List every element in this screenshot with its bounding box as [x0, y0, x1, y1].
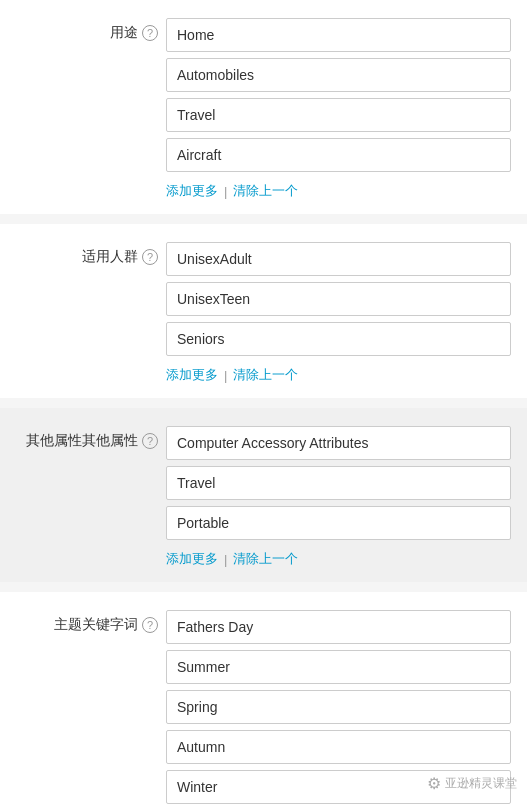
section-theme-keywords: 主题关键字词?清除上一个 [0, 592, 527, 809]
label-audience: 适用人群 [82, 248, 138, 266]
field-input-usage-1[interactable] [166, 58, 511, 92]
section-other-attrs: 其他属性其他属性?添加更多 | 清除上一个 [0, 408, 527, 582]
field-input-theme-keywords-0[interactable] [166, 610, 511, 644]
field-input-theme-keywords-2[interactable] [166, 690, 511, 724]
page-wrapper: 用途?添加更多 | 清除上一个适用人群?添加更多 | 清除上一个其他属性其他属性… [0, 0, 527, 809]
actions-row-usage: 添加更多 | 清除上一个 [166, 182, 511, 200]
section-audience: 适用人群?添加更多 | 清除上一个 [0, 224, 527, 398]
field-input-usage-3[interactable] [166, 138, 511, 172]
field-input-usage-2[interactable] [166, 98, 511, 132]
help-icon-audience[interactable]: ? [142, 249, 158, 265]
field-input-other-attrs-0[interactable] [166, 426, 511, 460]
fields-col-audience: 添加更多 | 清除上一个 [166, 242, 511, 384]
field-input-other-attrs-1[interactable] [166, 466, 511, 500]
fields-col-other-attrs: 添加更多 | 清除上一个 [166, 426, 511, 568]
action-sep-other-attrs-1: | [224, 552, 227, 567]
action-sep-audience-1: | [224, 368, 227, 383]
section-inner-other-attrs: 其他属性其他属性?添加更多 | 清除上一个 [0, 426, 527, 568]
action-sep-usage-1: | [224, 184, 227, 199]
label-col-usage: 用途? [16, 18, 166, 42]
fields-col-theme-keywords: 清除上一个 [166, 610, 511, 809]
label-theme-keywords: 主题关键字词 [54, 616, 138, 634]
action-link-usage-1[interactable]: 清除上一个 [233, 182, 298, 200]
field-input-usage-0[interactable] [166, 18, 511, 52]
label-col-audience: 适用人群? [16, 242, 166, 266]
action-link-other-attrs-0[interactable]: 添加更多 [166, 550, 218, 568]
field-input-theme-keywords-3[interactable] [166, 730, 511, 764]
help-icon-theme-keywords[interactable]: ? [142, 617, 158, 633]
action-link-usage-0[interactable]: 添加更多 [166, 182, 218, 200]
action-link-audience-1[interactable]: 清除上一个 [233, 366, 298, 384]
field-input-audience-2[interactable] [166, 322, 511, 356]
label-usage: 用途 [110, 24, 138, 42]
actions-row-other-attrs: 添加更多 | 清除上一个 [166, 550, 511, 568]
section-inner-theme-keywords: 主题关键字词?清除上一个 [0, 610, 527, 809]
section-inner-usage: 用途?添加更多 | 清除上一个 [0, 18, 527, 200]
actions-row-audience: 添加更多 | 清除上一个 [166, 366, 511, 384]
field-input-audience-1[interactable] [166, 282, 511, 316]
label-other-attrs: 其他属性其他属性 [26, 432, 138, 450]
field-input-theme-keywords-1[interactable] [166, 650, 511, 684]
field-input-audience-0[interactable] [166, 242, 511, 276]
section-usage: 用途?添加更多 | 清除上一个 [0, 0, 527, 214]
label-col-other-attrs: 其他属性其他属性? [16, 426, 166, 450]
field-input-theme-keywords-4[interactable] [166, 770, 511, 804]
fields-col-usage: 添加更多 | 清除上一个 [166, 18, 511, 200]
help-icon-other-attrs[interactable]: ? [142, 433, 158, 449]
action-link-audience-0[interactable]: 添加更多 [166, 366, 218, 384]
action-link-other-attrs-1[interactable]: 清除上一个 [233, 550, 298, 568]
section-inner-audience: 适用人群?添加更多 | 清除上一个 [0, 242, 527, 384]
help-icon-usage[interactable]: ? [142, 25, 158, 41]
field-input-other-attrs-2[interactable] [166, 506, 511, 540]
label-col-theme-keywords: 主题关键字词? [16, 610, 166, 634]
